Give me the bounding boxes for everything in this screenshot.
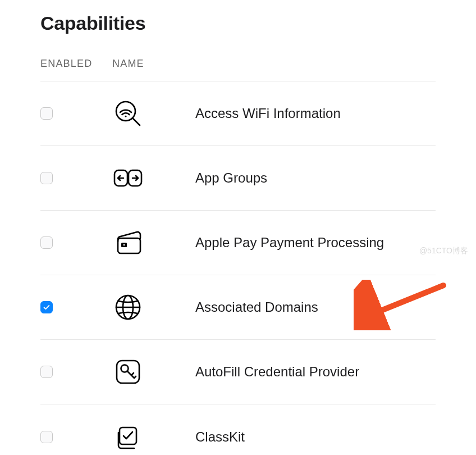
header-name: NAME xyxy=(112,58,436,70)
key-icon xyxy=(112,356,144,388)
page-title: Capabilities xyxy=(40,12,436,34)
globe-icon xyxy=(112,292,144,323)
table-row: AutoFill Credential Provider xyxy=(40,340,436,404)
capability-name: Apple Pay Payment Processing xyxy=(195,235,436,251)
table-header: ENABLED NAME xyxy=(40,58,436,81)
table-row: Access WiFi Information xyxy=(40,81,436,146)
svg-point-2 xyxy=(125,116,127,117)
classkit-icon xyxy=(112,421,144,453)
wifi-search-icon xyxy=(112,98,144,129)
table-row: Apple Pay Payment Processing xyxy=(40,211,436,275)
capability-name: Associated Domains xyxy=(195,299,436,315)
table-row: App Groups xyxy=(40,146,436,211)
capability-name: Access WiFi Information xyxy=(195,106,436,121)
watermark: @51CTO博客 xyxy=(419,246,468,256)
table-row: ClassKit xyxy=(40,404,436,455)
header-enabled: ENABLED xyxy=(40,58,112,70)
capability-enabled-checkbox[interactable] xyxy=(40,431,53,443)
app-groups-icon xyxy=(112,162,144,194)
capability-name: AutoFill Credential Provider xyxy=(195,364,436,380)
capability-enabled-checkbox[interactable] xyxy=(40,236,53,249)
capability-enabled-checkbox[interactable] xyxy=(40,366,53,378)
apple-pay-icon xyxy=(112,227,144,258)
capability-name: ClassKit xyxy=(195,429,436,445)
svg-line-1 xyxy=(133,119,140,126)
capability-enabled-checkbox[interactable] xyxy=(40,301,53,313)
capability-enabled-checkbox[interactable] xyxy=(40,172,53,184)
svg-point-7 xyxy=(123,244,125,246)
capability-enabled-checkbox[interactable] xyxy=(40,107,53,120)
capability-name: App Groups xyxy=(195,170,436,186)
table-row: Associated Domains xyxy=(40,275,436,340)
